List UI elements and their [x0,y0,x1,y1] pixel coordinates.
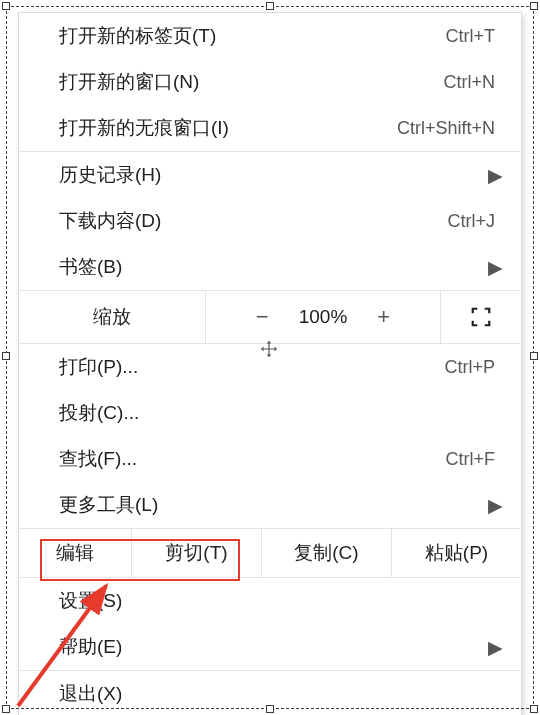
menu-label: 历史记录(H) [59,162,480,188]
edit-label: 编辑 [19,529,132,577]
menu-label: 打开新的标签页(T) [59,23,446,49]
menu-label: 书签(B) [59,254,480,280]
menu-item-new-window[interactable]: 打开新的窗口(N) Ctrl+N [19,59,521,105]
menu-item-settings[interactable]: 设置(S) [19,578,521,624]
menu-item-more-tools[interactable]: 更多工具(L) ▶ [19,482,521,528]
menu-item-edit: 编辑 剪切(T) 复制(C) 粘贴(P) [19,528,521,578]
menu-shortcut: Ctrl+T [446,26,496,47]
menu-label: 帮助(E) [59,634,480,660]
selection-handle-icon [266,2,274,10]
selection-handle-icon [2,2,10,10]
menu-label: 打印(P)... [59,354,444,380]
selection-handle-icon [2,705,10,713]
selection-handle-icon [266,705,274,713]
submenu-arrow-icon: ▶ [488,636,503,659]
submenu-arrow-icon: ▶ [488,164,503,187]
selection-handle-icon [530,2,538,10]
menu-item-find[interactable]: 查找(F)... Ctrl+F [19,436,521,482]
menu-shortcut: Ctrl+N [443,72,495,93]
menu-label: 查找(F)... [59,446,446,472]
menu-item-bookmarks[interactable]: 书签(B) ▶ [19,244,521,290]
submenu-arrow-icon: ▶ [488,256,503,279]
menu-shortcut: Ctrl+P [444,357,495,378]
menu-shortcut: Ctrl+J [447,211,495,232]
menu-item-downloads[interactable]: 下载内容(D) Ctrl+J [19,198,521,244]
edit-copy-button[interactable]: 复制(C) [262,529,392,577]
menu-item-history[interactable]: 历史记录(H) ▶ [19,152,521,198]
menu-item-zoom: 缩放 − 100% + [19,290,521,344]
edit-paste-button[interactable]: 粘贴(P) [392,529,521,577]
menu-label: 投射(C)... [59,400,503,426]
menu-label: 设置(S) [59,588,503,614]
fullscreen-icon [470,306,492,328]
selection-handle-icon [530,352,538,360]
menu-item-help[interactable]: 帮助(E) ▶ [19,624,521,670]
zoom-value: 100% [299,306,348,328]
menu-item-new-incognito[interactable]: 打开新的无痕窗口(I) Ctrl+Shift+N [19,105,521,151]
menu-shortcut: Ctrl+F [446,449,496,470]
menu-label: 下载内容(D) [59,208,447,234]
menu-label: 打开新的窗口(N) [59,69,443,95]
edit-cut-button[interactable]: 剪切(T) [132,529,262,577]
selection-handle-icon [2,352,10,360]
menu-label: 打开新的无痕窗口(I) [59,115,397,141]
menu-item-new-tab[interactable]: 打开新的标签页(T) Ctrl+T [19,13,521,59]
zoom-label: 缩放 [19,291,206,343]
chrome-main-menu: 打开新的标签页(T) Ctrl+T 打开新的窗口(N) Ctrl+N 打开新的无… [18,12,522,715]
menu-shortcut: Ctrl+Shift+N [397,118,495,139]
fullscreen-button[interactable] [440,291,521,343]
selection-handle-icon [530,705,538,713]
zoom-out-button[interactable]: − [248,304,277,330]
menu-label: 退出(X) [59,681,503,707]
menu-item-cast[interactable]: 投射(C)... [19,390,521,436]
menu-item-print[interactable]: 打印(P)... Ctrl+P [19,344,521,390]
zoom-controls: − 100% + [206,304,440,330]
zoom-in-button[interactable]: + [369,304,398,330]
menu-label: 更多工具(L) [59,492,480,518]
submenu-arrow-icon: ▶ [488,494,503,517]
